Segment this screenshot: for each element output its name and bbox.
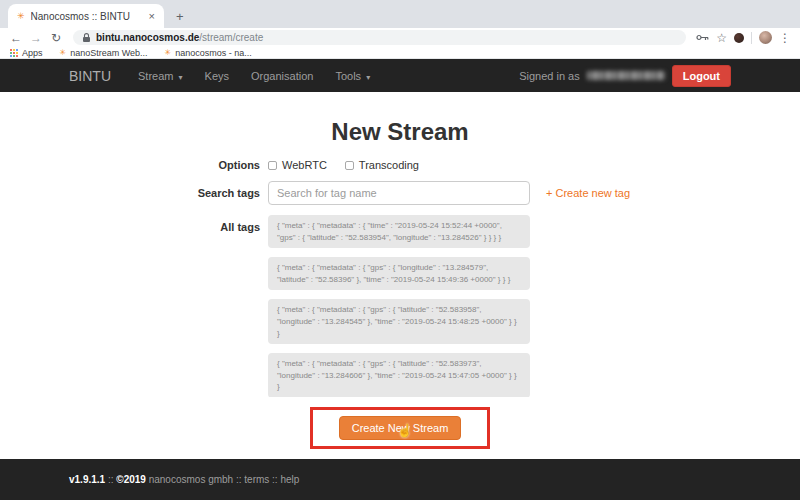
bookmark-apps[interactable]: Apps (10, 48, 43, 58)
create-new-stream-button[interactable]: Create New Stream (339, 416, 462, 440)
bookmark-label: nanoStream Web... (70, 48, 147, 58)
help-link[interactable]: help (280, 474, 299, 485)
browser-toolbar: ← → ↻ bintu.nanocosmos.de/stream/create … (0, 28, 800, 47)
new-tab-button[interactable]: + (176, 10, 184, 23)
options-row: Options WebRTC Transcoding (88, 159, 712, 171)
annotation-highlight-box: Create New Stream ☝ (310, 407, 491, 449)
footer-text: v1.9.1.1 :: ©2019 nanocosmos gmbh :: ter… (69, 474, 731, 485)
transcoding-label: Transcoding (359, 159, 419, 171)
webrtc-option: WebRTC (268, 159, 327, 171)
password-key-icon[interactable] (696, 33, 709, 42)
nav-item-stream[interactable]: Stream ▾ (127, 70, 194, 82)
chevron-down-icon: ▾ (366, 73, 370, 82)
create-new-tag-link[interactable]: + Create new tag (546, 187, 630, 199)
app-navbar: BINTU Stream ▾ Keys Organisation Tools ▾… (0, 59, 800, 92)
nav-item-keys[interactable]: Keys (194, 70, 240, 82)
toolbar-divider (751, 32, 752, 44)
url-path: /stream/create (199, 32, 263, 43)
footer-separator: :: (272, 474, 278, 485)
address-bar[interactable]: bintu.nanocosmos.de/stream/create (73, 30, 686, 45)
bookmark-label: Apps (22, 48, 43, 58)
footer-company: nanocosmos gmbh (149, 474, 234, 485)
tag-search-input[interactable] (268, 181, 530, 205)
footer-copyright: ©2019 (116, 474, 146, 485)
brand-bintu[interactable]: BINTU (69, 68, 111, 84)
nanocosmos-favicon-icon: ✳ (60, 48, 67, 57)
toolbar-right-icons: ☆ ⋮ (696, 31, 791, 45)
url-text: bintu.nanocosmos.de/stream/create (96, 32, 263, 43)
navbar-container: BINTU Stream ▾ Keys Organisation Tools ▾… (69, 65, 731, 87)
chevron-down-icon: ▾ (179, 73, 183, 82)
bookmark-star-icon[interactable]: ☆ (716, 31, 727, 45)
browser-window: ✳ Nanocosmos :: BINTU × + ← → ↻ bintu.na… (0, 0, 800, 500)
signed-in-label: Signed in as (519, 70, 580, 82)
all-tags-label: All tags (88, 215, 268, 233)
webrtc-label: WebRTC (282, 159, 327, 171)
apps-grid-icon (10, 49, 18, 57)
bookmark-label: nanocosmos - na... (175, 48, 252, 58)
tab-strip: ✳ Nanocosmos :: BINTU × + (0, 0, 800, 28)
tag-item[interactable]: { "meta" : { "metadata" : { "gps" : { "l… (268, 353, 530, 397)
profile-avatar[interactable] (759, 31, 772, 44)
nav-item-organisation[interactable]: Organisation (240, 70, 324, 82)
submit-area: Create New Stream ☝ (88, 407, 712, 449)
transcoding-option: Transcoding (345, 159, 419, 171)
nanocosmos-favicon-icon: ✳ (165, 48, 172, 57)
url-domain: bintu.nanocosmos.de (96, 32, 199, 43)
terms-link[interactable]: terms (244, 474, 269, 485)
signed-in-area: Signed in as Logout (519, 65, 731, 87)
all-tags-row: All tags { "meta" : { "metadata" : { "ti… (88, 215, 712, 397)
bookmark-nanostream[interactable]: ✳ nanoStream Web... (60, 48, 148, 58)
bookmark-nanocosmos[interactable]: ✳ nanocosmos - na... (165, 48, 252, 58)
reload-icon[interactable]: ↻ (49, 31, 63, 45)
tag-item[interactable]: { "meta" : { "metadata" : { "gps" : { "l… (268, 299, 530, 344)
page-content: New Stream Options WebRTC Transcoding Se… (0, 92, 800, 459)
extension-icon[interactable] (734, 33, 744, 43)
signed-in-email-redacted (587, 71, 665, 80)
bookmarks-bar: Apps ✳ nanoStream Web... ✳ nanocosmos - … (0, 47, 800, 59)
search-tags-row: Search tags + Create new tag (88, 181, 712, 205)
options-checkbox-group: WebRTC Transcoding (268, 159, 419, 171)
close-tab-icon[interactable]: × (149, 10, 155, 22)
footer-separator: :: (108, 474, 114, 485)
chrome-menu-icon[interactable]: ⋮ (779, 31, 791, 45)
nav-item-label: Stream (138, 70, 173, 82)
browser-tab[interactable]: ✳ Nanocosmos :: BINTU × (8, 4, 164, 28)
search-tags-label: Search tags (88, 187, 268, 199)
nav-item-label: Organisation (251, 70, 313, 82)
new-stream-form: Options WebRTC Transcoding Search tags +… (88, 159, 712, 449)
logout-button[interactable]: Logout (672, 65, 731, 87)
tag-item[interactable]: { "meta" : { "metadata" : { "time" : "20… (268, 215, 530, 248)
nav-item-label: Keys (205, 70, 229, 82)
nav-item-tools[interactable]: Tools ▾ (324, 70, 381, 82)
page-footer: v1.9.1.1 :: ©2019 nanocosmos gmbh :: ter… (0, 459, 800, 500)
options-label: Options (88, 159, 268, 171)
footer-separator: :: (236, 474, 242, 485)
tag-list[interactable]: { "meta" : { "metadata" : { "time" : "20… (268, 215, 530, 397)
transcoding-checkbox[interactable] (345, 161, 354, 170)
back-icon[interactable]: ← (9, 31, 23, 45)
tag-item[interactable]: { "meta" : { "metadata" : { "gps" : { "l… (268, 257, 530, 290)
footer-version: v1.9.1.1 (69, 474, 105, 485)
nav-item-label: Tools (335, 70, 361, 82)
nanocosmos-favicon-icon: ✳ (17, 11, 25, 21)
page-title: New Stream (0, 92, 800, 146)
lock-icon (82, 33, 91, 43)
webrtc-checkbox[interactable] (268, 161, 277, 170)
tab-title: Nanocosmos :: BINTU (31, 11, 143, 22)
forward-icon[interactable]: → (29, 31, 43, 45)
